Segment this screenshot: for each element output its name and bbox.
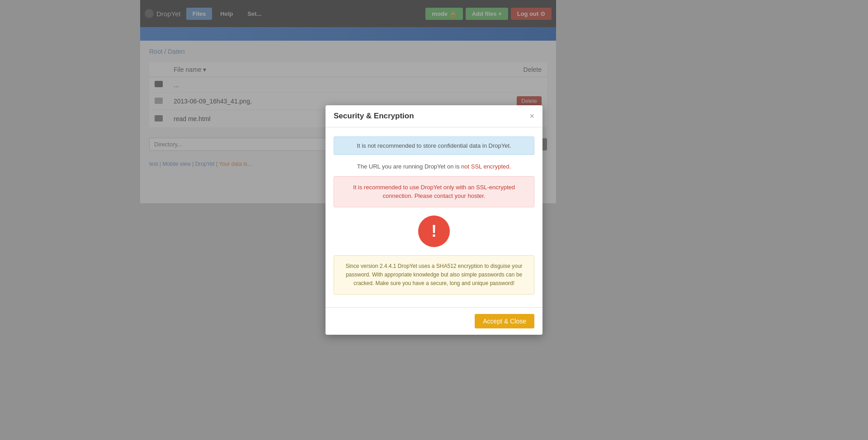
modal-overlay: Security & Encryption × It is not recomm… xyxy=(0,0,868,440)
accept-close-button[interactable]: Accept & Close xyxy=(475,314,534,328)
modal-footer: Accept & Close xyxy=(326,307,542,335)
encryption-note: Since version 2.4.4.1 DropYet uses a SHA… xyxy=(334,255,534,295)
ssl-recommendation-box: It is recommended to use DropYet only wi… xyxy=(334,176,534,207)
modal-close-button[interactable]: × xyxy=(529,112,534,120)
modal-header: Security & Encryption × xyxy=(326,105,542,127)
info-banner: It is not recommended to store confident… xyxy=(334,136,534,155)
warning-icon-circle: ! xyxy=(418,215,450,247)
modal-title: Security & Encryption xyxy=(334,112,414,121)
ssl-warning-text: The URL you are running DropYet on is no… xyxy=(334,163,534,170)
ssl-link: not SSL encrypted. xyxy=(461,163,511,170)
modal-body: It is not recommended to store confident… xyxy=(326,127,542,308)
security-modal: Security & Encryption × It is not recomm… xyxy=(326,105,542,335)
ssl-text-before: The URL you are running DropYet on is xyxy=(357,163,461,170)
exclamation-icon: ! xyxy=(431,223,437,239)
